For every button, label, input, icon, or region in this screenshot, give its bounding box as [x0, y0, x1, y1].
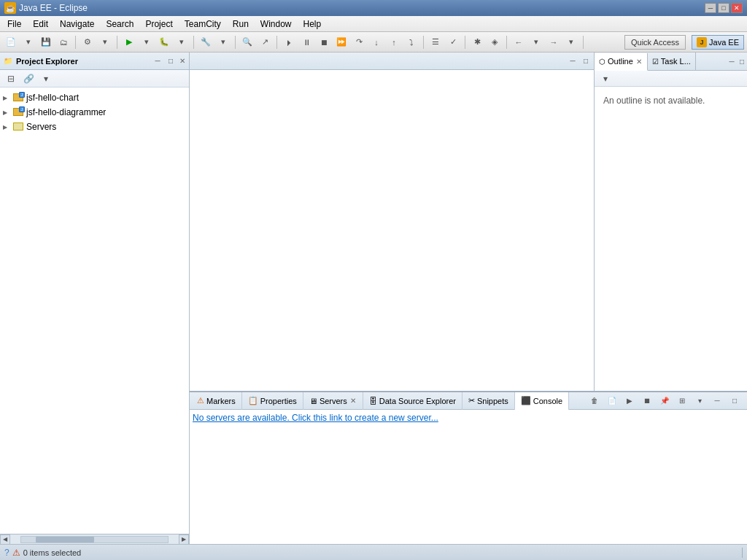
right-panel-minimize-btn[interactable]: ─ [727, 56, 737, 66]
menu-edit[interactable]: Edit [27, 18, 54, 31]
editor-panel: ─ □ [190, 52, 594, 391]
toolbar-debug-dropdown[interactable]: ▾ [174, 34, 190, 50]
tree-item-servers[interactable]: ▶ Servers [0, 120, 189, 134]
hscroll-left-btn[interactable]: ◀ [0, 534, 10, 545]
toolbar-disconnect-btn[interactable]: ⏩ [333, 34, 349, 50]
collapse-all-btn[interactable]: ⊟ [3, 71, 19, 87]
toolbar-debug-btn[interactable]: 🐛 [156, 34, 172, 50]
toolbar-nav-fwd-dropdown[interactable]: ▾ [563, 34, 579, 50]
menu-help[interactable]: Help [298, 18, 328, 31]
tab-servers[interactable]: 🖥 Servers ✕ [303, 392, 363, 410]
toolbar-browse-btn[interactable]: ↗ [257, 34, 273, 50]
hscroll-right-btn[interactable]: ▶ [179, 534, 189, 545]
toolbar-settings-btn[interactable]: ⚙ [80, 34, 96, 50]
title-bar-left: ☕ Java EE - Eclipse [4, 2, 88, 14]
console-run2-btn[interactable]: ▶ [622, 393, 638, 409]
menu-search[interactable]: Search [100, 18, 139, 31]
toolbar-ext-tools-dropdown[interactable]: ▾ [215, 34, 231, 50]
menu-window[interactable]: Window [255, 18, 298, 31]
outline-icon: ⬡ [599, 58, 605, 66]
toolbar-step-into-btn[interactable]: ↓ [368, 34, 384, 50]
console-clear-btn[interactable]: 🗑 [587, 393, 603, 409]
right-panel-maximize-btn[interactable]: □ [737, 56, 747, 66]
java-ee-perspective-button[interactable]: J Java EE [692, 35, 744, 50]
tab-datasource[interactable]: 🗄 Data Source Explorer [363, 392, 462, 410]
maximize-button[interactable]: □ [718, 3, 729, 13]
project-icon-jsf-diagrammer: J [13, 106, 25, 118]
toolbar-play-btn[interactable]: ⏵ [281, 34, 297, 50]
console-copy-btn[interactable]: 📄 [604, 393, 620, 409]
outline-close-btn[interactable]: ✕ [635, 58, 643, 65]
tab-snippets[interactable]: ✂ Snippets [462, 392, 515, 410]
menu-project[interactable]: Project [139, 18, 178, 31]
toolbar-search-btn[interactable]: 🔍 [239, 34, 255, 50]
toolbar-run-btn[interactable]: ▶ [121, 34, 137, 50]
title-bar-controls: ─ □ ✕ [705, 3, 743, 13]
toolbar-stop-btn[interactable]: ⏹ [316, 34, 332, 50]
console-pin-btn[interactable]: 📌 [657, 393, 673, 409]
console-dropdown-btn[interactable]: ▾ [692, 393, 708, 409]
toolbar-save-btn[interactable]: 💾 [38, 34, 54, 50]
toolbar-ext-tools-btn[interactable]: 🔧 [198, 34, 214, 50]
toolbar-nav-fwd-btn[interactable]: → [546, 34, 562, 50]
right-tabs: ⬡ Outline ✕ ☑ Task L... ─ □ [595, 52, 747, 71]
toolbar-open-task-btn[interactable]: ☰ [427, 34, 444, 50]
create-server-link[interactable]: No servers are available. Click this lin… [193, 413, 438, 423]
tab-properties-label: Properties [260, 397, 297, 405]
toolbar-sep-4 [235, 36, 236, 49]
toolbar-nav-back-btn[interactable]: ← [511, 34, 527, 50]
toolbar-step-out-btn[interactable]: ↑ [386, 34, 402, 50]
project-explorer-minimize-btn[interactable]: ─ [152, 56, 163, 66]
editor-minimize-btn[interactable]: ─ [568, 56, 578, 66]
toolbar-nav-back-dropdown[interactable]: ▾ [528, 34, 544, 50]
project-explorer-maximize-btn[interactable]: □ [166, 56, 176, 66]
console-stop-btn[interactable]: ⏹ [639, 393, 655, 409]
tab-properties[interactable]: 📋 Properties [242, 392, 303, 410]
tab-task-list[interactable]: ☑ Task L... [648, 52, 696, 70]
explorer-view-menu-btn[interactable]: ▾ [38, 71, 54, 87]
console-split-btn[interactable]: ⊞ [674, 393, 690, 409]
tab-console[interactable]: ⬛ Console [515, 392, 569, 410]
hscroll-track[interactable] [20, 536, 169, 543]
link-with-editor-btn[interactable]: 🔗 [20, 71, 36, 87]
menu-file[interactable]: File [1, 18, 27, 31]
toolbar-mark2-btn[interactable]: ◈ [487, 34, 503, 50]
toolbar-new-btn[interactable]: 📄 [3, 34, 19, 50]
tab-outline[interactable]: ⬡ Outline ✕ [595, 53, 648, 71]
toolbar-run-dropdown[interactable]: ▾ [139, 34, 155, 50]
toolbar-mark-btn[interactable]: ✱ [469, 34, 485, 50]
toolbar-step-over-btn[interactable]: ↷ [351, 34, 367, 50]
project-explorer-toolbar: ⊟ 🔗 ▾ [0, 70, 189, 88]
tree-item-jsf-chart[interactable]: ▶ J jsf-hello-chart [0, 90, 189, 105]
servers-tab-close[interactable]: ✕ [349, 397, 357, 405]
minimize-button[interactable]: ─ [705, 3, 716, 13]
project-explorer-hscrollbar[interactable]: ◀ ▶ [0, 534, 189, 544]
toolbar-save-all-btn[interactable]: 🗂 [55, 34, 71, 50]
tree-label-jsf-diagrammer: jsf-hello-diagrammer [26, 107, 106, 117]
toolbar-drop-btn[interactable]: ⤵ [403, 34, 419, 50]
console-max-btn[interactable]: □ [727, 393, 743, 409]
project-explorer-close-btn[interactable]: ✕ [179, 58, 186, 65]
menu-navigate[interactable]: Navigate [54, 18, 100, 31]
toolbar-pause-btn[interactable]: ⏸ [298, 34, 314, 50]
tree-item-jsf-diagrammer[interactable]: ▶ J jsf-hello-diagrammer [0, 105, 189, 120]
console-icon: ⬛ [521, 396, 531, 405]
status-help-icon: ? [4, 548, 9, 558]
toolbar-settings-dropdown[interactable]: ▾ [97, 34, 113, 50]
tree-arrow-jsf-diagrammer: ▶ [3, 109, 12, 116]
tree-label-servers: Servers [26, 122, 56, 132]
editor-content-area[interactable] [190, 70, 594, 391]
menu-run[interactable]: Run [227, 18, 255, 31]
hscroll-thumb[interactable] [36, 537, 94, 542]
outline-menu-btn[interactable]: ▾ [597, 71, 614, 87]
toolbar-sep-3 [193, 36, 194, 49]
project-icon-servers [13, 121, 25, 133]
editor-maximize-btn[interactable]: □ [581, 56, 591, 66]
quick-access-button[interactable]: Quick Access [624, 35, 686, 50]
tab-markers[interactable]: ⚠ Markers [191, 392, 242, 410]
toolbar-task-btn[interactable]: ✓ [445, 34, 461, 50]
toolbar-new-dropdown[interactable]: ▾ [20, 34, 36, 50]
close-button[interactable]: ✕ [731, 3, 743, 13]
menu-teamcity[interactable]: TeamCity [179, 18, 227, 31]
console-min-btn[interactable]: ─ [709, 393, 725, 409]
